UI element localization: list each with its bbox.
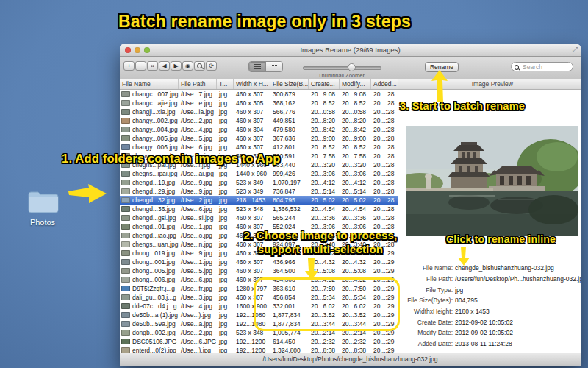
column-header-dimensions[interactable]: Width x H...: [234, 79, 270, 89]
thumbnail-icon: [121, 268, 130, 274]
search-field[interactable]: [511, 62, 573, 71]
cell-type: jpg: [217, 275, 234, 284]
thumbnail-icon: [121, 180, 130, 185]
previous-button[interactable]: ◀: [159, 61, 170, 71]
title-bar[interactable]: Images Rename (29/69 Images) ⤢: [120, 44, 581, 57]
table-row[interactable]: chegns...ipai.jpg/Use...ai.jpgjpg1440 x …: [120, 169, 398, 178]
remove-button[interactable]: −: [135, 61, 146, 71]
column-header-created[interactable]: Create...: [309, 79, 340, 89]
cell-dimensions: 460 x 305: [234, 99, 270, 107]
cell-modified: 20...9:08: [340, 90, 371, 99]
annotation-step2-line2: support multi-selection: [243, 242, 398, 256]
cell-file-size: 367,636: [270, 134, 309, 143]
add-button[interactable]: +: [123, 61, 135, 71]
photos-folder-icon[interactable]: [28, 188, 59, 215]
cell-file-path: /Use...6.jpg: [179, 205, 217, 213]
cell-file-name: dongb...002.jpg: [120, 328, 179, 337]
cell-modified: 20...7:58: [340, 152, 371, 160]
resize-icon[interactable]: ⤢: [573, 46, 578, 54]
cell-type: jpg: [217, 249, 234, 258]
annotation-heading: Batch rename image only in 3 steps: [74, 12, 456, 32]
column-header-added[interactable]: Added...: [371, 79, 398, 89]
file-name-text: changy...006.jpg: [132, 143, 178, 152]
column-header-file-name[interactable]: File Name: [120, 79, 179, 89]
cell-type: jpg: [217, 169, 234, 178]
detail-value[interactable]: chengde_bishushanzhuang-032.jpg: [455, 264, 554, 272]
cell-dimensions: 460 x 307: [234, 116, 270, 125]
table-row[interactable]: chong...001.jpg/Use...1.jpgjpg460 x 3074…: [120, 258, 398, 266]
cell-file-name: chengd...iao.jpg: [120, 231, 179, 240]
next-button[interactable]: ▶: [171, 61, 182, 71]
column-header-file-path[interactable]: File Path: [179, 79, 217, 89]
column-header-type[interactable]: T...: [217, 79, 234, 89]
cell-dimensions: 460 x 304: [234, 125, 270, 134]
file-name-text: chengd...36.jpg: [132, 205, 175, 213]
cell-dimensions: 460 x 307: [234, 107, 270, 116]
table-row[interactable]: changc...007.jpg/Use...7.jpgjpg460 x 307…: [120, 90, 398, 99]
detail-row: File Type:jpg: [400, 284, 581, 295]
cell-file-size: 614,450: [270, 337, 309, 346]
cell-type: jpg: [217, 231, 234, 240]
table-row[interactable]: changy...004.jpg/Use...4.jpgjpg460 x 304…: [120, 125, 398, 134]
file-name-text: changy...005.jpg: [132, 134, 178, 143]
table-row[interactable]: chengd...gsi.jpg/Use...si.jpgjpg460 x 30…: [120, 213, 398, 222]
cell-type: jpg: [217, 205, 234, 213]
cell-added: 20...:28: [371, 90, 398, 99]
cell-created: 20...3:36: [309, 213, 340, 222]
table-row[interactable]: DSC05106.JPG/Use...6.JPGjpg192...1200614…: [120, 337, 398, 346]
cell-type: jpg: [217, 240, 234, 249]
cell-file-path: /Use...4.jpg: [179, 302, 217, 311]
cell-dimensions: 218...1453: [234, 196, 270, 205]
table-row[interactable]: chengd...36.jpg/Use...6.jpgjpg523 x 3481…: [120, 205, 398, 213]
table-row[interactable]: changy...006.jpg/Use...6.jpgjpg460 x 307…: [120, 143, 398, 152]
column-header-file-size[interactable]: File Size(B...: [270, 79, 309, 89]
detail-row: Create Date:2012-09-02 10:05:02: [400, 316, 581, 328]
table-row[interactable]: changy...005.jpg/Use...5.jpgjpg460 x 307…: [120, 134, 398, 143]
preview-button[interactable]: ◉: [182, 61, 193, 71]
search-tool-button[interactable]: [194, 61, 205, 71]
toolbar: +−×◀▶◉⟳ Thumbnail Zoomer Rename: [120, 57, 581, 81]
table-row[interactable]: chengd...19.jpg/Use...9.jpgjpg523 x 3491…: [120, 178, 398, 187]
thumbnail-icon: [121, 321, 130, 327]
thumbnail-icon: [121, 303, 130, 309]
delete-button[interactable]: ×: [147, 61, 158, 71]
table-row[interactable]: chengd...32.jpg/Use...2.jpgjpg218...1453…: [120, 196, 398, 205]
thumbnail-zoomer-slider[interactable]: [303, 66, 381, 70]
search-input[interactable]: [521, 63, 570, 71]
file-name-text: chong...005.jpg: [132, 266, 175, 275]
detail-label: Modify Date:: [400, 329, 453, 336]
cell-added: 20...:28: [371, 187, 398, 196]
cell-added: 20...:28: [371, 107, 398, 116]
table-row[interactable]: chengd...29.jpg/Use...9.jpgjpg523 x 3497…: [120, 187, 398, 196]
detail-label: File Name:: [400, 264, 453, 272]
cell-type: jpg: [217, 319, 234, 328]
cell-type: jpg: [217, 328, 234, 337]
cell-file-name: chengd...36.jpg: [120, 205, 179, 213]
cell-added: 20...:29: [371, 258, 398, 266]
file-name-text: DSC05106.JPG: [132, 337, 176, 346]
grid-view-button[interactable]: [265, 62, 282, 71]
refresh-button[interactable]: ⟳: [206, 61, 217, 71]
cell-dimensions: 523 x 348: [234, 205, 270, 213]
table-row[interactable]: changy...002.jpg/Use...2.jpgjpg460 x 307…: [120, 116, 398, 125]
detail-row: File Path:/Users/fun/Desktop/Ph...hushan…: [400, 274, 581, 285]
cell-type: jpg: [217, 258, 234, 266]
detail-value: 804,795: [455, 297, 478, 304]
cell-modified: 20...3:20: [340, 160, 371, 169]
thumbnail-zoomer-knob[interactable]: [348, 63, 356, 71]
desktop: Photos Images Rename (29/69 Images) ⤢ +−…: [0, 0, 588, 368]
preview-panel: Image Preview: [398, 79, 581, 353]
cell-dimensions: 1440 x 960: [234, 169, 270, 178]
cell-dimensions: 460 x 307: [234, 258, 270, 266]
file-name-text: dde07c...d4.j...g: [132, 302, 177, 311]
table-row[interactable]: chong...005.jpg/Use...5.jpgjpg460 x 3073…: [120, 266, 398, 275]
preview-image: [406, 126, 578, 236]
thumbnail-icon: [121, 224, 130, 230]
cell-modified: 20...3:36: [340, 213, 371, 222]
cell-modified: 20...9:00: [340, 134, 371, 143]
table-row[interactable]: changc...ajie.jpg/Use...e.jpgjpg460 x 30…: [120, 99, 398, 107]
cell-added: 20...:28: [371, 160, 398, 169]
column-header-modified[interactable]: Modify...: [340, 79, 371, 89]
table-row[interactable]: changji...xia.jpg/Use...ia.jpgjpg460 x 3…: [120, 107, 398, 116]
list-view-button[interactable]: [249, 62, 265, 71]
